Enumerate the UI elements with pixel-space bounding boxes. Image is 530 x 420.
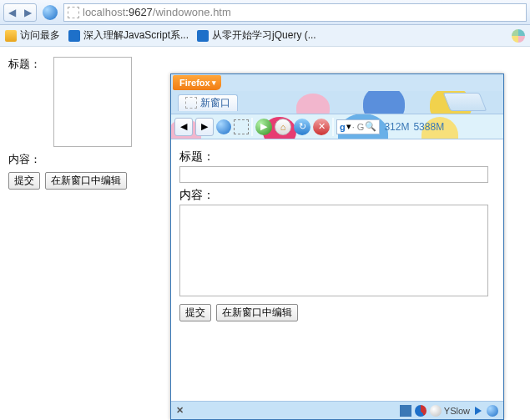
go-button[interactable]: ▶ [255, 119, 272, 135]
outer-submit-button[interactable]: 提交 [8, 172, 40, 190]
statusbar-close-button[interactable]: ✕ [176, 405, 184, 416]
inner-page-body: 标题： 内容： 提交 在新窗口中编辑 [171, 139, 503, 401]
yslow-icon[interactable] [430, 405, 442, 417]
url-text: localhost:9627/windowone.htm [83, 6, 231, 18]
site-icon [68, 30, 80, 42]
flower-icon [512, 29, 525, 43]
address-bar[interactable]: localhost:9627/windowone.htm [63, 3, 527, 22]
firefox-label: Firefox [179, 78, 210, 88]
inner-titlebar[interactable]: Firefox ▾ [171, 74, 503, 91]
back-button[interactable]: ◀ [8, 7, 16, 18]
outer-title-label: 标题： [8, 57, 53, 147]
inner-tabstrip: 新窗口 [171, 91, 503, 114]
bookmark-label: 从零开始学习jQuery (... [212, 28, 316, 43]
inner-title-input[interactable] [179, 166, 488, 183]
url-path: /windowone.htm [153, 6, 231, 18]
inner-content-textarea[interactable] [179, 205, 488, 296]
firebug-icon[interactable] [400, 405, 411, 417]
reload-button[interactable]: ↻ [294, 119, 310, 135]
decor-bird-icon [296, 94, 330, 114]
firefox-menu-button[interactable]: Firefox ▾ [173, 75, 221, 90]
page-icon [68, 7, 79, 18]
inner-firefox-window: Firefox ▾ 新窗口 ◀ ▶ ▶ ⌂ ↻ [170, 73, 504, 420]
google-search-box[interactable]: g ▾ · G 🔍 [336, 119, 380, 134]
outer-open-window-button[interactable]: 在新窗口中编辑 [45, 172, 127, 190]
outer-title-input[interactable] [53, 57, 132, 147]
visit-most-bookmark[interactable]: 访问最多 [5, 28, 60, 43]
globe-icon [43, 5, 58, 20]
play-icon[interactable] [475, 407, 482, 415]
site-icon [197, 30, 209, 42]
new-tab-button[interactable] [443, 93, 487, 111]
chevron-down-icon: ▾ [212, 78, 216, 87]
pie-icon[interactable] [415, 405, 427, 417]
bookmark-bar: 访问最多 深入理解JavaScript系... 从零开始学习jQuery (..… [0, 25, 530, 47]
tab-new-window[interactable]: 新窗口 [178, 94, 238, 111]
inner-submit-button[interactable]: 提交 [179, 304, 211, 321]
memory-usage-1: 312M [384, 121, 409, 133]
globe-icon[interactable] [487, 405, 498, 417]
bookmark-jquery[interactable]: 从零开始学习jQuery (... [197, 28, 316, 43]
outer-nav: ◀ ▶ localhost:9627/windowone.htm [0, 0, 530, 25]
memory-usage-2: 5388M [413, 121, 444, 133]
url-host: localhost [83, 6, 125, 18]
inner-title-label: 标题： [179, 149, 495, 164]
bookmark-label: 访问最多 [20, 28, 60, 43]
inner-content-label: 内容： [179, 188, 495, 203]
url-port: :9627 [125, 6, 153, 18]
google-g-icon: g [340, 122, 346, 132]
outer-content-label: 内容： [8, 152, 53, 167]
page-icon [185, 97, 197, 109]
google-hint: · G [352, 122, 365, 132]
outer-page: 标题： 内容： 提交 在新窗口中编辑 Firefox ▾ 新窗口 [0, 47, 530, 420]
inner-open-window-button[interactable]: 在新窗口中编辑 [216, 304, 298, 321]
bookmark-label: 深入理解JavaScript系... [83, 28, 189, 43]
yslow-label[interactable]: YSlow [444, 406, 470, 416]
star-icon [5, 30, 17, 42]
back-forward-group: ◀ ▶ [3, 3, 37, 22]
stop-button[interactable]: ✕ [313, 119, 330, 135]
chevron-down-icon: ▾ [346, 121, 351, 132]
globe-icon[interactable] [216, 119, 231, 134]
separator [251, 118, 253, 136]
forward-button[interactable]: ▶ [24, 7, 32, 18]
inner-forward-button[interactable]: ▶ [195, 118, 214, 136]
inner-back-button[interactable]: ◀ [174, 118, 193, 136]
inner-url-icon[interactable] [234, 119, 249, 134]
tab-label: 新窗口 [200, 96, 230, 110]
home-button[interactable]: ⌂ [275, 119, 291, 135]
separator [332, 118, 334, 136]
inner-statusbar: ✕ YSlow [171, 401, 503, 419]
bookmark-js[interactable]: 深入理解JavaScript系... [68, 28, 189, 43]
inner-toolbar: ◀ ▶ ▶ ⌂ ↻ ✕ g ▾ · G 🔍 312M 5388M [171, 114, 503, 139]
decor-egg-icon [363, 91, 405, 114]
search-icon: 🔍 [365, 121, 376, 132]
